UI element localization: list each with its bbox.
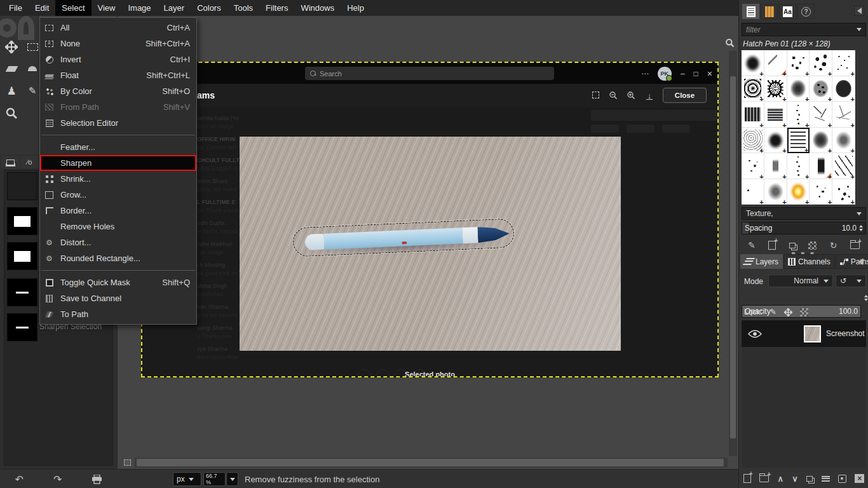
brush-smear2[interactable] — [810, 153, 832, 179]
dock-collapse-button[interactable] — [855, 257, 865, 267]
brush-dots1[interactable] — [787, 50, 810, 76]
menubar-item-file[interactable]: File — [3, 0, 29, 16]
transform-tool-button[interactable] — [3, 60, 20, 77]
refresh-brushes-button[interactable]: ↻ — [830, 240, 837, 250]
menu-item-grow[interactable]: Grow... — [40, 187, 196, 203]
tab-device-status[interactable]: ∕o — [20, 156, 39, 168]
brush-speckle2[interactable] — [742, 153, 764, 179]
add-mask-button[interactable] — [838, 475, 846, 483]
canvas-image[interactable]: Search ⋯ PK – □ × ams ↓ Close — [141, 62, 719, 377]
merge-layer-button[interactable] — [822, 476, 830, 482]
brush-circle3[interactable] — [810, 128, 832, 154]
tab-channels[interactable]: Channels — [783, 254, 835, 269]
menu-item-from-path[interactable]: From PathShift+V — [40, 99, 196, 115]
vertical-scrollbar-thumb[interactable] — [730, 76, 736, 438]
zoom-value[interactable]: 66.7 % — [203, 472, 226, 486]
brush-rect2[interactable] — [764, 102, 787, 128]
menu-item-distort[interactable]: ⚙Distort... — [40, 234, 196, 250]
spacing-slider[interactable]: Spacing 10.0 — [742, 222, 866, 234]
menubar-item-tools[interactable]: Tools — [227, 0, 259, 16]
menu-item-none[interactable]: ×NoneShift+Ctrl+A — [40, 36, 196, 51]
zoom-tool-button[interactable] — [3, 105, 20, 121]
menubar-item-edit[interactable]: Edit — [29, 0, 55, 16]
layer-row[interactable]: Screenshot (156 — [742, 320, 866, 347]
brush-smear1[interactable] — [764, 153, 787, 179]
brush-circle5[interactable] — [832, 76, 855, 102]
duplicate-layer-button[interactable] — [806, 476, 813, 482]
menu-item-remove-holes[interactable]: Remove Holes — [40, 219, 196, 234]
horizontal-scrollbar-thumb[interactable] — [137, 459, 724, 466]
redo-button[interactable]: ↷ — [53, 473, 62, 485]
brush-dots2[interactable] — [810, 50, 832, 76]
brush-circle1[interactable] — [742, 76, 764, 102]
menu-item-shrink[interactable]: Shrink... — [40, 171, 196, 187]
new-brush-button[interactable] — [768, 241, 776, 250]
menu-item-rounded-rectangle[interactable]: ⚙Rounded Rectangle... — [40, 250, 196, 266]
tab-document-history[interactable]: ? — [797, 4, 815, 19]
texture-select[interactable]: Texture, — [742, 207, 866, 220]
brush-speckle3[interactable] — [832, 179, 855, 205]
menubar-item-colors[interactable]: Colors — [191, 0, 227, 16]
menubar-item-image[interactable]: Image — [121, 0, 157, 16]
menu-item-toggle-quick-mask[interactable]: Toggle Quick MaskShift+Q — [40, 274, 196, 290]
menu-item-save-to-channel[interactable]: Save to Channel — [40, 290, 196, 306]
visibility-eye-icon[interactable] — [748, 330, 762, 338]
brush-speckle[interactable] — [742, 128, 764, 154]
print-button[interactable] — [92, 475, 102, 484]
lock-alpha-icon[interactable] — [800, 308, 808, 316]
brush-speckle2[interactable] — [810, 179, 832, 205]
duplicate-brush-button[interactable] — [789, 243, 796, 248]
delete-layer-button[interactable]: × — [855, 474, 864, 483]
menu-item-border[interactable]: Border... — [40, 203, 196, 219]
opacity-spinner[interactable] — [864, 295, 868, 301]
brush-circle3[interactable] — [787, 76, 810, 102]
mode-switch-button[interactable]: ↺ — [836, 274, 866, 287]
menu-item-feather[interactable]: Feather... — [40, 139, 196, 155]
menubar-item-layer[interactable]: Layer — [158, 0, 191, 16]
layer-thumbnail[interactable] — [804, 325, 821, 342]
new-layer-button[interactable] — [743, 474, 751, 483]
brush-blob[interactable] — [764, 128, 787, 154]
spacing-spinner[interactable] — [859, 225, 863, 231]
brush-tinydot[interactable] — [742, 179, 764, 205]
menubar-item-view[interactable]: View — [92, 0, 122, 16]
brush-rect1[interactable] — [742, 102, 764, 128]
paintbrush-tool-button[interactable]: ✎ — [24, 83, 41, 99]
menu-item-invert[interactable]: InvertCtrl+I — [40, 51, 196, 67]
airbrush-tool-button[interactable]: ♟ — [3, 83, 20, 99]
brush-soft[interactable] — [832, 128, 855, 154]
brush-circle2[interactable] — [764, 76, 787, 102]
menu-item-sharpen[interactable]: Sharpen — [40, 155, 196, 171]
tab-fonts[interactable]: Aa — [779, 4, 796, 19]
edit-brush-button[interactable]: ✎ — [748, 240, 756, 250]
brush-blob[interactable] — [742, 50, 764, 76]
clone-tool-button[interactable] — [24, 60, 41, 77]
undo-history-entry[interactable] — [7, 313, 37, 341]
horizontal-scrollbar[interactable] — [135, 458, 728, 468]
brush-filter-input[interactable]: filter — [742, 23, 866, 36]
unit-select[interactable]: px — [173, 472, 201, 486]
tab-tool-options[interactable] — [1, 156, 20, 168]
brush-diag[interactable] — [832, 153, 855, 179]
tab-layers[interactable]: Layers — [740, 254, 783, 269]
undo-history-entry[interactable] — [7, 278, 37, 306]
zoom-when-resized-button[interactable] — [724, 37, 736, 49]
brush-sun[interactable] — [787, 179, 810, 205]
tab-patterns[interactable] — [761, 4, 778, 19]
lock-pixels-icon[interactable]: ✎ — [770, 308, 776, 316]
brush-stroke[interactable] — [764, 50, 787, 76]
lock-position-icon[interactable] — [784, 308, 792, 316]
brush-strokes[interactable] — [810, 102, 832, 128]
menu-item-selection-editor[interactable]: Selection Editor — [40, 115, 196, 131]
menubar-item-windows[interactable]: Windows — [294, 0, 341, 16]
menubar-item-help[interactable]: Help — [341, 0, 370, 16]
rectangle-select-tool-button[interactable] — [24, 39, 41, 55]
lower-layer-button[interactable]: ∨ — [792, 474, 798, 484]
brush-dots3[interactable] — [832, 50, 855, 76]
menubar-item-filters[interactable]: Filters — [259, 0, 294, 16]
brush-soft[interactable] — [764, 179, 787, 205]
quick-mask-toggle-button[interactable] — [122, 458, 133, 468]
raise-layer-button[interactable]: ∧ — [777, 474, 783, 484]
undo-button[interactable]: ↶ — [15, 473, 24, 485]
tab-brushes[interactable] — [742, 4, 759, 19]
